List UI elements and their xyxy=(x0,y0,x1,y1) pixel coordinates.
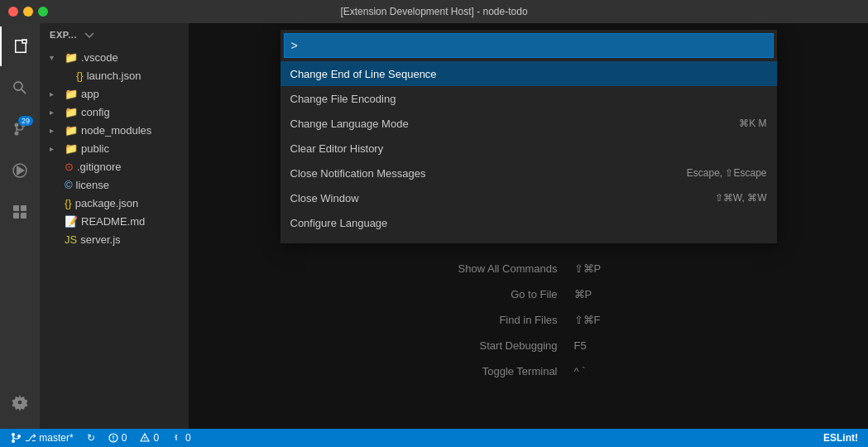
json-icon: {} xyxy=(76,70,84,82)
svg-rect-14 xyxy=(13,205,19,211)
command-item-change-language-mode[interactable]: Change Language Mode ⌘K M xyxy=(281,111,777,136)
command-item-debug-add-function-breakpoint[interactable]: Debug: Add Function Breakpoint xyxy=(281,235,777,243)
warnings-label: 0 xyxy=(153,432,159,444)
window-controls[interactable] xyxy=(8,7,48,17)
tree-item-config[interactable]: ▸ 📁 config xyxy=(40,103,189,121)
sidebar: EXP... ▾ 📁 .vscode {} launch.json xyxy=(40,23,189,429)
command-item-configure-language[interactable]: Configure Language xyxy=(281,210,777,235)
branch-icon xyxy=(10,432,22,444)
sidebar-header: EXP... xyxy=(40,23,189,48)
warning-icon xyxy=(140,433,150,443)
tree-item-server-js[interactable]: JS server.js xyxy=(40,230,189,248)
info-status[interactable]: 0 xyxy=(169,432,194,444)
tree-item-app[interactable]: ▸ 📁 app xyxy=(40,84,189,103)
extensions-icon[interactable] xyxy=(0,192,40,232)
js-icon: JS xyxy=(65,233,77,246)
command-item-change-file-encoding[interactable]: Change File Encoding xyxy=(281,86,777,111)
window-title: [Extension Development Host] - node-todo xyxy=(340,6,527,17)
command-input[interactable] xyxy=(284,33,774,58)
svg-point-8 xyxy=(15,123,19,127)
shortcut-label-go-to-file: Go to File xyxy=(434,288,558,300)
arrow-icon: ▾ xyxy=(50,53,61,62)
command-item-change-end-of-line[interactable]: Change End of Line Sequence xyxy=(281,61,777,86)
info-label: 0 xyxy=(185,432,191,444)
settings-icon[interactable] xyxy=(0,382,40,422)
arrow-icon: ▸ xyxy=(50,126,61,135)
svg-rect-1 xyxy=(15,40,17,53)
shortcut-row-start-debugging: Start Debugging F5 xyxy=(434,333,624,358)
shortcut-label-start-debugging: Start Debugging xyxy=(434,339,558,352)
source-control-badge: 29 xyxy=(18,116,33,126)
title-bar: [Extension Development Host] - node-todo xyxy=(0,0,868,23)
warnings-status[interactable]: 0 xyxy=(137,432,162,444)
shortcut-keys-find-in-files: ⇧⌘F xyxy=(574,314,624,326)
md-icon: 📝 xyxy=(65,215,78,228)
svg-rect-16 xyxy=(13,213,19,219)
source-control-icon[interactable]: 29 xyxy=(0,109,40,149)
folder-icon: 📁 xyxy=(65,106,78,118)
close-button[interactable] xyxy=(8,7,18,17)
svg-rect-15 xyxy=(21,205,26,211)
svg-point-27 xyxy=(113,440,114,441)
shortcut-label-find-in-files: Find in Files xyxy=(434,314,558,326)
folder-icon: 📁 xyxy=(65,142,78,155)
shortcut-label-toggle-terminal: Toggle Terminal xyxy=(434,365,558,377)
branch-label: ⎇ master* xyxy=(25,432,74,444)
svg-marker-12 xyxy=(17,166,25,175)
svg-point-22 xyxy=(12,440,15,443)
svg-point-6 xyxy=(14,82,22,90)
shortcut-row-show-commands: Show All Commands ⇧⌘P xyxy=(434,256,624,281)
tree-item-gitignore[interactable]: ⊙ .gitignore xyxy=(40,157,189,175)
tree-item-package-json[interactable]: {} package.json xyxy=(40,194,189,212)
sync-status[interactable]: ↻ xyxy=(84,432,98,444)
tree-item-launch-json[interactable]: {} launch.json xyxy=(40,66,189,84)
sync-icon: ↻ xyxy=(87,432,95,444)
files-icon[interactable] xyxy=(0,26,40,66)
shortcut-keys-toggle-terminal: ^ ` xyxy=(574,365,624,377)
json-icon: {} xyxy=(65,197,72,209)
arrow-icon: ▸ xyxy=(50,108,61,117)
branch-status[interactable]: ⎇ master* xyxy=(7,432,77,444)
shortcut-row-go-to-file: Go to File ⌘P xyxy=(434,281,624,307)
tree-item-node-modules[interactable]: ▸ 📁 node_modules xyxy=(40,121,189,139)
shortcut-label-show-commands: Show All Commands xyxy=(434,262,558,275)
maximize-button[interactable] xyxy=(38,7,48,17)
svg-rect-2 xyxy=(15,52,26,54)
eslint-label: ESLint! xyxy=(823,432,858,444)
error-icon xyxy=(108,433,118,443)
command-input-wrapper xyxy=(281,30,777,61)
eslint-status[interactable]: ESLint! xyxy=(820,432,861,444)
shortcut-row-find-in-files: Find in Files ⇧⌘F xyxy=(434,307,624,333)
command-results: Change End of Line Sequence Change File … xyxy=(281,61,777,243)
git-icon: ⊙ xyxy=(65,161,74,173)
command-item-clear-editor-history[interactable]: Clear Editor History xyxy=(281,136,777,161)
tree-item-license[interactable]: © license xyxy=(40,175,189,194)
command-item-close-notification-messages[interactable]: Close Notification Messages Escape, ⇧Esc… xyxy=(281,161,777,185)
svg-point-29 xyxy=(145,440,146,440)
tree-item-readme[interactable]: 📝 README.md xyxy=(40,212,189,230)
minimize-button[interactable] xyxy=(23,7,33,17)
tree-item-public[interactable]: ▸ 📁 public xyxy=(40,139,189,157)
arrow-icon: ▸ xyxy=(50,89,61,99)
tree-item-vscode[interactable]: ▾ 📁 .vscode xyxy=(40,48,189,66)
command-item-close-window[interactable]: Close Window ⇧⌘W, ⌘W xyxy=(281,185,777,210)
svg-point-23 xyxy=(17,435,21,438)
arrow-icon: ▸ xyxy=(50,144,61,153)
info-icon xyxy=(172,433,182,443)
shortcut-keys-show-commands: ⇧⌘P xyxy=(574,262,624,275)
shortcut-row-toggle-terminal: Toggle Terminal ^ ` xyxy=(434,358,624,384)
command-palette: Change End of Line Sequence Change File … xyxy=(281,30,777,243)
command-palette-overlay: Change End of Line Sequence Change File … xyxy=(189,23,868,429)
svg-point-10 xyxy=(15,132,19,136)
shortcut-keys-go-to-file: ⌘P xyxy=(574,288,624,300)
errors-label: 0 xyxy=(122,432,127,444)
file-tree: ▾ 📁 .vscode {} launch.json ▸ 📁 app ▸ 📁 c… xyxy=(40,48,189,429)
activity-bar: 29 xyxy=(0,23,40,429)
debug-icon[interactable] xyxy=(0,151,40,190)
svg-rect-17 xyxy=(21,213,26,219)
folder-icon: 📁 xyxy=(65,124,78,137)
folder-icon: 📁 xyxy=(65,51,78,64)
shortcut-keys-start-debugging: F5 xyxy=(574,339,624,352)
errors-status[interactable]: 0 xyxy=(105,432,131,444)
search-icon[interactable] xyxy=(0,68,40,108)
